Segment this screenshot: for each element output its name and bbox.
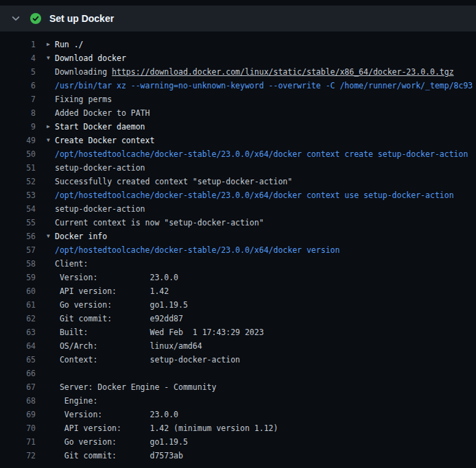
step-header[interactable]: Set up Docker bbox=[0, 5, 476, 32]
log-line: 50/opt/hostedtoolcache/docker-stable/23.… bbox=[0, 147, 476, 161]
line-number[interactable]: 63 bbox=[0, 325, 36, 339]
gutter-gap bbox=[36, 51, 47, 65]
indent-spacer bbox=[47, 435, 55, 449]
line-number[interactable]: 6 bbox=[0, 79, 36, 93]
log-text: setup-docker-action bbox=[55, 202, 476, 216]
line-number[interactable]: 60 bbox=[0, 284, 36, 298]
line-number[interactable]: 5 bbox=[0, 65, 36, 79]
line-number[interactable]: 64 bbox=[0, 339, 36, 353]
log-line[interactable]: 4▼Download docker bbox=[0, 51, 476, 65]
indent-spacer bbox=[47, 243, 55, 257]
line-number[interactable]: 65 bbox=[0, 353, 36, 367]
line-number[interactable]: 61 bbox=[0, 298, 36, 312]
gutter-gap bbox=[36, 230, 47, 243]
log-line: 57/opt/hostedtoolcache/docker-stable/23.… bbox=[0, 243, 476, 257]
gutter-gap bbox=[36, 93, 47, 106]
log-text: API version: 1.42 (minimum version 1.12) bbox=[55, 421, 476, 435]
indent-spacer bbox=[47, 188, 55, 202]
gutter-gap bbox=[36, 449, 47, 463]
line-number[interactable]: 52 bbox=[0, 175, 36, 188]
indent-spacer bbox=[47, 449, 55, 463]
log-text: Downloading bbox=[55, 67, 112, 77]
line-number[interactable]: 62 bbox=[0, 312, 36, 325]
line-number[interactable]: 59 bbox=[0, 271, 36, 284]
group-collapsed-icon[interactable]: ▶ bbox=[47, 120, 55, 134]
line-number[interactable]: 4 bbox=[0, 51, 36, 65]
gutter-gap bbox=[36, 120, 47, 134]
line-number[interactable]: 71 bbox=[0, 435, 36, 449]
log-text: Go version: go1.19.5 bbox=[55, 435, 476, 449]
line-number[interactable]: 55 bbox=[0, 216, 36, 230]
group-expanded-icon[interactable]: ▼ bbox=[47, 51, 55, 65]
indent-spacer bbox=[47, 353, 55, 367]
log-line[interactable]: 1▶Run ./ bbox=[0, 38, 476, 51]
line-number[interactable]: 69 bbox=[0, 408, 36, 421]
line-number[interactable]: 58 bbox=[0, 257, 36, 271]
log-text: Git commit: e92dd87 bbox=[55, 312, 476, 325]
log-line[interactable]: 56▼Docker info bbox=[0, 230, 476, 243]
indent-spacer bbox=[47, 394, 55, 408]
gutter-gap bbox=[36, 325, 47, 339]
gutter-gap bbox=[36, 394, 47, 408]
line-number[interactable]: 49 bbox=[0, 134, 36, 147]
log-text: Context: setup-docker-action bbox=[55, 353, 476, 367]
gutter-gap bbox=[36, 106, 47, 120]
indent-spacer bbox=[47, 93, 55, 106]
log-text: OS/Arch: linux/amd64 bbox=[55, 339, 476, 353]
indent-spacer bbox=[47, 298, 55, 312]
log-text: Added Docker to PATH bbox=[55, 106, 476, 120]
line-number[interactable]: 70 bbox=[0, 421, 36, 435]
indent-spacer bbox=[47, 284, 55, 298]
line-number[interactable]: 50 bbox=[0, 147, 36, 161]
line-number[interactable]: 67 bbox=[0, 380, 36, 394]
gutter-gap bbox=[36, 257, 47, 271]
log-line: 72 Git commit: d7573ab bbox=[0, 449, 476, 463]
log-line: 64 OS/Arch: linux/amd64 bbox=[0, 339, 476, 353]
indent-spacer bbox=[47, 161, 55, 175]
log-line: 51setup-docker-action bbox=[0, 161, 476, 175]
line-number[interactable]: 51 bbox=[0, 161, 36, 175]
line-number[interactable]: 8 bbox=[0, 106, 36, 120]
indent-spacer bbox=[47, 257, 55, 271]
indent-spacer bbox=[47, 202, 55, 216]
indent-spacer bbox=[47, 380, 55, 394]
chevron-down-icon[interactable] bbox=[11, 14, 21, 23]
log-text: Successfully created context "setup-dock… bbox=[55, 175, 476, 188]
log-line: 53/opt/hostedtoolcache/docker-stable/23.… bbox=[0, 188, 476, 202]
gutter-gap bbox=[36, 79, 47, 93]
log-line[interactable]: 9▶Start Docker daemon bbox=[0, 120, 476, 134]
line-number[interactable]: 53 bbox=[0, 188, 36, 202]
line-number[interactable]: 7 bbox=[0, 93, 36, 106]
group-collapsed-icon[interactable]: ▶ bbox=[47, 38, 55, 51]
indent-spacer bbox=[47, 339, 55, 353]
line-number[interactable]: 72 bbox=[0, 449, 36, 463]
gutter-gap bbox=[36, 353, 47, 367]
gutter-gap bbox=[36, 298, 47, 312]
line-number[interactable]: 57 bbox=[0, 243, 36, 257]
indent-spacer bbox=[47, 367, 55, 380]
indent-spacer bbox=[47, 421, 55, 435]
line-number[interactable]: 9 bbox=[0, 120, 36, 134]
group-title: Docker info bbox=[55, 230, 476, 243]
group-expanded-icon[interactable]: ▼ bbox=[47, 134, 55, 147]
gutter-gap bbox=[36, 65, 47, 79]
gutter-gap bbox=[36, 134, 47, 147]
line-number[interactable]: 56 bbox=[0, 230, 36, 243]
line-number[interactable]: 54 bbox=[0, 202, 36, 216]
command-text: /opt/hostedtoolcache/docker-stable/23.0.… bbox=[55, 147, 476, 161]
command-text: /opt/hostedtoolcache/docker-stable/23.0.… bbox=[55, 243, 476, 257]
log-line: 68 Engine: bbox=[0, 394, 476, 408]
gutter-gap bbox=[36, 188, 47, 202]
log-line: 67 Server: Docker Engine - Community bbox=[0, 380, 476, 394]
line-number[interactable]: 1 bbox=[0, 38, 36, 51]
line-number[interactable]: 66 bbox=[0, 367, 36, 380]
gutter-gap bbox=[36, 202, 47, 216]
log-link[interactable]: https://download.docker.com/linux/static… bbox=[112, 67, 454, 77]
line-number[interactable]: 68 bbox=[0, 394, 36, 408]
group-expanded-icon[interactable]: ▼ bbox=[47, 230, 55, 243]
log-line[interactable]: 49▼Create Docker context bbox=[0, 134, 476, 147]
log-text: Version: 23.0.0 bbox=[55, 271, 476, 284]
log-line: 7Fixing perms bbox=[0, 93, 476, 106]
log-line: 65 Context: setup-docker-action bbox=[0, 353, 476, 367]
indent-spacer bbox=[47, 216, 55, 230]
